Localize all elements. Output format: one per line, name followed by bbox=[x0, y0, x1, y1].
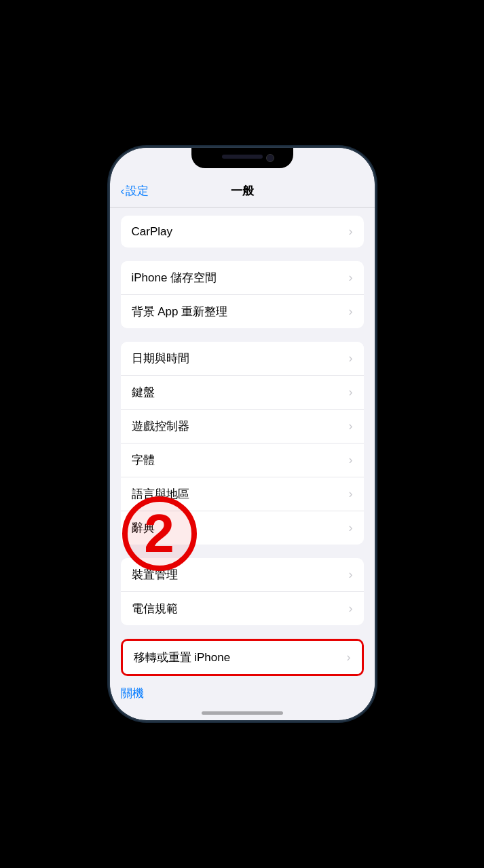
chevron-icon bbox=[349, 351, 353, 366]
fonts-label: 字體 bbox=[132, 452, 155, 468]
game-controller-label: 遊戲控制器 bbox=[132, 418, 189, 434]
list-item-iphone-storage[interactable]: iPhone 儲存空間 bbox=[121, 261, 364, 295]
chevron-icon bbox=[349, 521, 353, 535]
iphone-storage-label: iPhone 儲存空間 bbox=[132, 270, 217, 285]
page-title: 一般 bbox=[231, 183, 254, 199]
section-carplay: CarPlay bbox=[121, 216, 364, 248]
home-indicator[interactable] bbox=[202, 711, 283, 715]
section-transfer-reset: 移轉或重置 iPhone bbox=[121, 639, 364, 676]
screen: ‹ 設定 一般 CarPlay iPhone 儲存空間 背 bbox=[110, 148, 375, 720]
list-item-datetime[interactable]: 日期與時間 bbox=[121, 342, 364, 376]
notch bbox=[191, 148, 293, 168]
chevron-icon bbox=[349, 304, 353, 319]
content-area: CarPlay iPhone 儲存空間 背景 App 重新整理 日期與時間 bbox=[110, 208, 375, 712]
chevron-icon bbox=[349, 601, 353, 616]
telecom-regulations-label: 電信規範 bbox=[132, 601, 178, 616]
list-item-telecom-regulations[interactable]: 電信規範 bbox=[121, 592, 364, 625]
back-button[interactable]: ‹ 設定 bbox=[121, 183, 149, 199]
carplay-label: CarPlay bbox=[132, 225, 172, 239]
chevron-icon bbox=[349, 487, 353, 501]
list-item-fonts[interactable]: 字體 bbox=[121, 443, 364, 477]
list-item-transfer-reset[interactable]: 移轉或重置 iPhone bbox=[123, 641, 362, 674]
chevron-icon bbox=[349, 271, 353, 285]
camera bbox=[266, 154, 274, 162]
list-item-game-controller[interactable]: 遊戲控制器 bbox=[121, 410, 364, 443]
chevron-icon bbox=[349, 568, 353, 582]
chevron-icon bbox=[349, 419, 353, 433]
phone-frame: ‹ 設定 一般 CarPlay iPhone 儲存空間 背 bbox=[110, 148, 375, 720]
chevron-icon bbox=[349, 224, 353, 239]
list-item-background-app[interactable]: 背景 App 重新整理 bbox=[121, 295, 364, 328]
chevron-icon bbox=[347, 650, 351, 665]
shutdown-link[interactable]: 關機 bbox=[110, 682, 375, 701]
list-item-keyboard[interactable]: 鍵盤 bbox=[121, 376, 364, 410]
back-label[interactable]: 設定 bbox=[126, 183, 149, 199]
datetime-label: 日期與時間 bbox=[132, 351, 189, 366]
annotation-number: 2 bbox=[144, 507, 174, 561]
chevron-icon bbox=[349, 385, 353, 399]
chevron-icon bbox=[349, 453, 353, 467]
speaker bbox=[222, 155, 263, 159]
section-storage: iPhone 儲存空間 背景 App 重新整理 bbox=[121, 261, 364, 328]
keyboard-label: 鍵盤 bbox=[132, 384, 155, 400]
annotation-circle-2: 2 bbox=[122, 496, 197, 571]
nav-bar: ‹ 設定 一般 bbox=[110, 178, 375, 208]
transfer-reset-label: 移轉或重置 iPhone bbox=[134, 650, 231, 665]
background-app-label: 背景 App 重新整理 bbox=[132, 304, 228, 319]
chevron-left-icon: ‹ bbox=[121, 184, 125, 198]
list-item-carplay[interactable]: CarPlay bbox=[121, 216, 364, 248]
